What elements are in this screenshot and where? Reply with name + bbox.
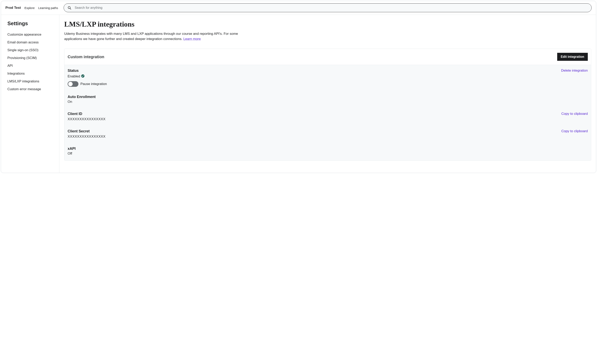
sidebar-item-custom-error-message[interactable]: Custom error message [1,85,59,93]
auto-enrollment-value: On [68,100,588,104]
status-label: Status [68,69,107,73]
client-secret-section: Client Secret XXXXXXXXXXXXXXXX Copy to c… [68,129,588,139]
integration-card: Custom integration Edit integration Stat… [64,49,591,161]
sidebar-item-provisioning-scim[interactable]: Provisioning (SCIM) [1,54,59,62]
sidebar-title: Settings [1,20,59,31]
search-icon [67,6,71,10]
toggle-knob [68,82,73,86]
app-frame: Prod Test Explore Learning paths Setting… [1,1,596,173]
xapi-value: Off [68,152,588,155]
xapi-section: xAPI Off [68,147,588,155]
copy-client-id-link[interactable]: Copy to clipboard [561,112,588,116]
auto-enrollment-label: Auto Enrollment [68,95,588,99]
main-content: LMS/LXP integrations Udemy Business inte… [59,15,596,173]
learn-more-link[interactable]: Learn more [183,37,201,41]
status-section: Status Enabled [68,69,588,87]
delete-integration-link[interactable]: Delete integration [561,69,588,73]
client-id-section: Client ID XXXXXXXXXXXXXXXX Copy to clipb… [68,112,588,121]
check-circle-icon [81,74,84,77]
sidebar-item-lms-lxp-integrations[interactable]: LMS/LXP integrations [1,77,59,85]
auto-enrollment-section: Auto Enrollment On [68,95,588,104]
page-description: Udemy Business integrates with many LMS … [64,31,252,41]
client-secret-value: XXXXXXXXXXXXXXXX [68,135,105,139]
client-id-value: XXXXXXXXXXXXXXXX [68,117,105,121]
search-wrap [64,3,592,12]
header: Prod Test Explore Learning paths [1,1,596,15]
page-title: LMS/LXP integrations [64,20,591,28]
sidebar-item-sso[interactable]: Single sign-on (SSO) [1,46,59,54]
body-wrap: Settings Customize appearance Email doma… [1,15,596,173]
sidebar-item-integrations[interactable]: Integrations [1,70,59,77]
card-body: Status Enabled [64,65,591,160]
client-id-label: Client ID [68,112,105,116]
sidebar: Settings Customize appearance Email doma… [1,15,59,173]
brand[interactable]: Prod Test [5,6,21,10]
status-value: Enabled [68,74,80,78]
search-bar[interactable] [64,3,592,12]
edit-integration-button[interactable]: Edit integration [557,53,588,61]
pause-integration-toggle[interactable] [68,81,79,87]
nav-learning-paths[interactable]: Learning paths [38,6,58,10]
sidebar-item-email-domain-access[interactable]: Email domain access [1,39,59,46]
sidebar-item-customize-appearance[interactable]: Customize appearance [1,31,59,39]
card-header: Custom integration Edit integration [64,49,591,65]
nav-explore[interactable]: Explore [24,6,35,10]
pause-integration-label: Pause integration [80,82,107,86]
svg-line-1 [70,8,71,9]
xapi-label: xAPI [68,147,588,151]
sidebar-item-api[interactable]: API [1,62,59,70]
client-secret-label: Client Secret [68,129,105,133]
card-title: Custom integration [68,54,104,59]
page-description-text: Udemy Business integrates with many LMS … [64,32,238,41]
copy-client-secret-link[interactable]: Copy to clipboard [561,129,588,133]
search-input[interactable] [75,6,588,10]
